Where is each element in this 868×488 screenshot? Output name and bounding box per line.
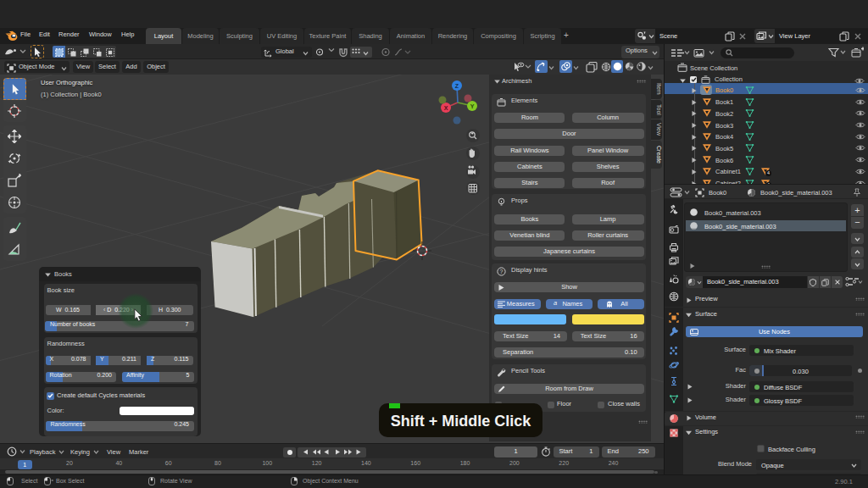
svg-text:X: X: [444, 105, 448, 111]
svg-text:Z: Z: [455, 83, 459, 89]
svg-text:?: ?: [500, 269, 504, 274]
svg-text:Y: Y: [470, 103, 475, 109]
